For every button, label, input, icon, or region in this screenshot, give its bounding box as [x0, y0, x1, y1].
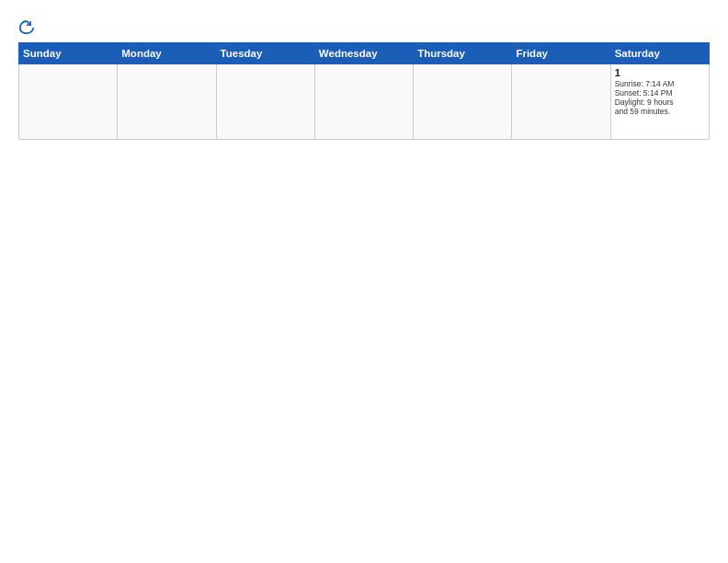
- day-info: Sunrise: 7:14 AM: [615, 79, 675, 88]
- day-header-tuesday: Tuesday: [216, 43, 314, 64]
- empty-cell: [19, 64, 118, 140]
- empty-cell: [414, 64, 512, 140]
- day-header-monday: Monday: [118, 43, 216, 64]
- day-header-sunday: Sunday: [19, 43, 118, 64]
- empty-cell: [314, 64, 413, 140]
- empty-cell: [118, 64, 216, 140]
- empty-cell: [512, 64, 610, 140]
- logo-icon: [18, 18, 35, 35]
- day-info: Sunset: 5:14 PM: [615, 88, 673, 98]
- day-info: Daylight: 9 hours: [615, 98, 674, 107]
- day-number: 1: [615, 67, 705, 78]
- day-header-wednesday: Wednesday: [314, 43, 413, 64]
- logo: [18, 18, 39, 35]
- day-header-saturday: Saturday: [610, 43, 709, 64]
- calendar-container: SundayMondayTuesdayWednesdayThursdayFrid…: [0, 0, 728, 563]
- day-header-thursday: Thursday: [414, 43, 512, 64]
- calendar-week-1: 1Sunrise: 7:14 AMSunset: 5:14 PMDaylight…: [19, 64, 710, 140]
- calendar-table: SundayMondayTuesdayWednesdayThursdayFrid…: [18, 42, 710, 140]
- empty-cell: [216, 64, 314, 140]
- header: [18, 15, 710, 35]
- calendar-header-row: SundayMondayTuesdayWednesdayThursdayFrid…: [19, 43, 710, 64]
- day-header-friday: Friday: [512, 43, 610, 64]
- day-info: and 59 minutes.: [615, 107, 670, 116]
- day-cell-1: 1Sunrise: 7:14 AMSunset: 5:14 PMDaylight…: [610, 64, 709, 140]
